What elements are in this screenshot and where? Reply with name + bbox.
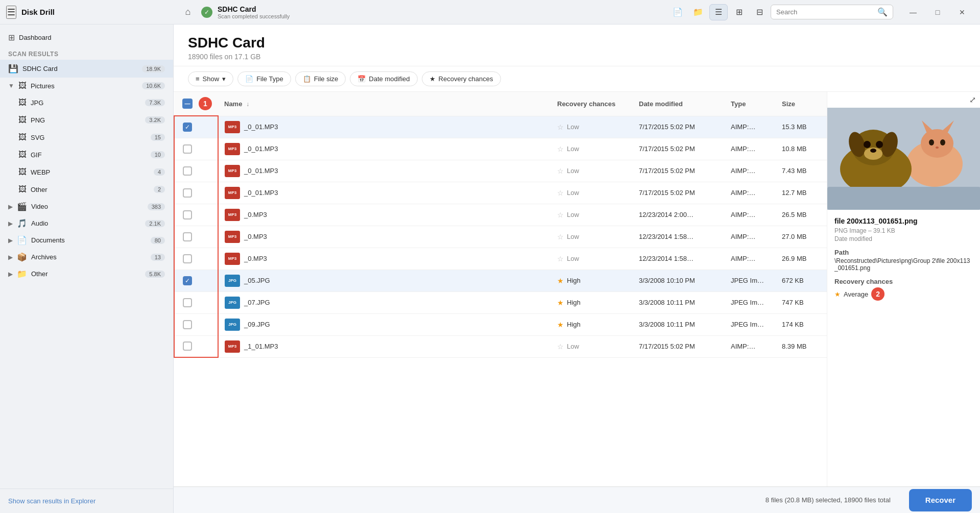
expand-icon-audio: ▶ bbox=[8, 220, 13, 227]
table-container[interactable]: 1 Name ↓ Recovery chances bbox=[174, 92, 827, 486]
cell-name: MP3 _0_01.MP3 bbox=[218, 182, 551, 204]
cell-checkbox[interactable] bbox=[174, 335, 218, 357]
file-name-text: _07.JPG bbox=[244, 299, 270, 306]
cell-checkbox[interactable] bbox=[174, 248, 218, 270]
table-row: MP3 _0_01.MP3 ☆ Low 7/17/2015 5:02 PM AI… bbox=[174, 138, 827, 160]
mp3-file-icon: MP3 bbox=[225, 209, 240, 221]
filter-show-icon: ≡ bbox=[196, 75, 200, 83]
row-checkbox[interactable] bbox=[183, 232, 192, 241]
row-checkbox[interactable] bbox=[183, 188, 192, 198]
filter-filetype-btn[interactable]: 📄 File Type bbox=[237, 71, 291, 86]
cell-type: JPEG Im… bbox=[725, 291, 776, 313]
cell-checkbox[interactable] bbox=[174, 270, 218, 291]
th-size[interactable]: Size bbox=[776, 92, 827, 116]
row-checkbox[interactable] bbox=[183, 123, 192, 132]
sidebar-content: ⊞ Dashboard Scan results 💾 SDHC Card 18.… bbox=[0, 25, 173, 488]
sidebar-item-dashboard[interactable]: ⊞ Dashboard bbox=[0, 29, 173, 46]
sidebar-item-png[interactable]: 🖼 PNG 3.2K bbox=[10, 111, 173, 129]
row-checkbox[interactable] bbox=[183, 276, 192, 285]
cell-type: AIMP:… bbox=[725, 335, 776, 357]
sidebar-item-jpg[interactable]: 🖼 JPG 7.3K bbox=[10, 94, 173, 111]
webp-icon: 🖼 bbox=[18, 167, 27, 177]
sidebar-gif-label: GIF bbox=[31, 151, 147, 159]
sidebar-pictures-other-label: Other bbox=[31, 186, 150, 193]
cell-date: 7/17/2015 5:02 PM bbox=[633, 182, 725, 204]
maximize-btn[interactable]: □ bbox=[926, 4, 949, 20]
home-button[interactable]: ⌂ bbox=[180, 4, 196, 20]
row-checkbox[interactable] bbox=[183, 210, 192, 219]
sidebar-item-svg[interactable]: 🖼 SVG 15 bbox=[10, 129, 173, 146]
preview-expand-btn[interactable]: ⤢ bbox=[969, 95, 976, 105]
other-pictures-icon: 🖼 bbox=[18, 185, 27, 194]
video-icon: 🎬 bbox=[17, 202, 27, 211]
minimize-btn[interactable]: — bbox=[901, 4, 925, 20]
step-badge-2: 2 bbox=[871, 287, 885, 301]
sidebar-group-archives[interactable]: ▶ 📦 Archives 13 bbox=[0, 249, 173, 265]
sidebar-group-audio[interactable]: ▶ 🎵 Audio 2.1K bbox=[0, 215, 173, 232]
recovery-value: Low bbox=[567, 255, 579, 262]
sidebar-sdhc-badge: 18.9K bbox=[142, 65, 165, 72]
th-date[interactable]: Date modified bbox=[633, 92, 725, 116]
th-type[interactable]: Type bbox=[725, 92, 776, 116]
view-file-btn[interactable]: 📄 bbox=[668, 4, 687, 20]
row-checkbox[interactable] bbox=[183, 298, 192, 307]
expand-icon-other: ▶ bbox=[8, 271, 13, 278]
cell-checkbox[interactable] bbox=[174, 291, 218, 313]
cell-date: 3/3/2008 10:11 PM bbox=[633, 313, 725, 335]
sidebar-item-pictures-other[interactable]: 🖼 Other 2 bbox=[10, 181, 173, 198]
recovery-cell: ★ High bbox=[557, 299, 627, 307]
cell-checkbox[interactable] bbox=[174, 204, 218, 226]
expand-icon-video: ▶ bbox=[8, 203, 13, 210]
cell-checkbox[interactable] bbox=[174, 313, 218, 335]
cell-checkbox[interactable] bbox=[174, 138, 218, 160]
cell-checkbox[interactable] bbox=[174, 226, 218, 248]
view-panel-btn[interactable]: ⊟ bbox=[750, 4, 769, 20]
svg-point-5 bbox=[929, 139, 934, 145]
sidebar-group-other[interactable]: ▶ 📁 Other 5.8K bbox=[0, 265, 173, 282]
close-btn[interactable]: ✕ bbox=[950, 4, 974, 20]
sidebar-group-documents[interactable]: ▶ 📄 Documents 80 bbox=[0, 232, 173, 249]
jpg-icon: 🖼 bbox=[18, 98, 27, 107]
row-checkbox[interactable] bbox=[183, 320, 192, 329]
view-list-btn[interactable]: ☰ bbox=[709, 4, 728, 20]
filter-show-btn[interactable]: ≡ Show ▾ bbox=[188, 71, 233, 86]
view-grid-btn[interactable]: ⊞ bbox=[730, 4, 748, 20]
filter-date-btn[interactable]: 📅 Date modified bbox=[350, 71, 417, 86]
preview-path-label: Path bbox=[834, 249, 973, 256]
row-checkbox[interactable] bbox=[183, 341, 192, 351]
show-explorer-button[interactable]: Show scan results in Explorer bbox=[8, 495, 95, 507]
th-name[interactable]: Name ↓ bbox=[218, 92, 551, 116]
sidebar-item-sdhc[interactable]: 💾 SDHC Card 18.9K bbox=[0, 60, 173, 78]
recovery-cell: ☆ Low bbox=[557, 343, 627, 351]
pictures-icon: 🖼 bbox=[18, 81, 27, 90]
sidebar-item-webp[interactable]: 🖼 WEBP 4 bbox=[10, 163, 173, 181]
sidebar-sdhc-label: SDHC Card bbox=[22, 65, 138, 72]
recover-button[interactable]: Recover bbox=[909, 489, 972, 511]
preview-info: file 200x113_001651.png PNG Image – 39.1… bbox=[827, 210, 980, 486]
sidebar-group-video[interactable]: ▶ 🎬 Video 383 bbox=[0, 198, 173, 215]
row-checkbox[interactable] bbox=[183, 254, 192, 263]
filter-recovery-btn[interactable]: ★ Recovery chances bbox=[422, 71, 501, 86]
file-cell: MP3 _0_01.MP3 bbox=[225, 121, 545, 133]
th-recovery[interactable]: Recovery chances bbox=[551, 92, 633, 116]
sidebar-item-gif[interactable]: 🖼 GIF 10 bbox=[10, 146, 173, 163]
filter-filesize-btn[interactable]: 📋 File size bbox=[295, 71, 346, 86]
cell-size: 27.0 MB bbox=[776, 226, 827, 248]
recovery-cell: ☆ Low bbox=[557, 189, 627, 197]
cell-checkbox[interactable] bbox=[174, 160, 218, 182]
menu-button[interactable]: ☰ bbox=[6, 6, 16, 19]
row-checkbox[interactable] bbox=[183, 166, 192, 176]
row-checkbox[interactable] bbox=[183, 144, 192, 154]
preview-recovery-star: ★ bbox=[834, 290, 841, 298]
recovery-cell: ☆ Low bbox=[557, 123, 627, 131]
svg-point-15 bbox=[870, 149, 876, 153]
cell-checkbox[interactable] bbox=[174, 182, 218, 204]
search-input[interactable] bbox=[776, 8, 874, 16]
cell-checkbox[interactable] bbox=[174, 116, 218, 138]
sidebar-group-pictures-header[interactable]: ▼ 🖼 Pictures 10.6K bbox=[0, 78, 173, 94]
view-folder-btn[interactable]: 📁 bbox=[689, 4, 707, 20]
th-checkbox[interactable]: 1 bbox=[174, 92, 218, 116]
cell-recovery: ☆ Low bbox=[551, 204, 633, 226]
recovery-cell: ★ High bbox=[557, 277, 627, 285]
header-checkbox[interactable] bbox=[182, 99, 193, 109]
